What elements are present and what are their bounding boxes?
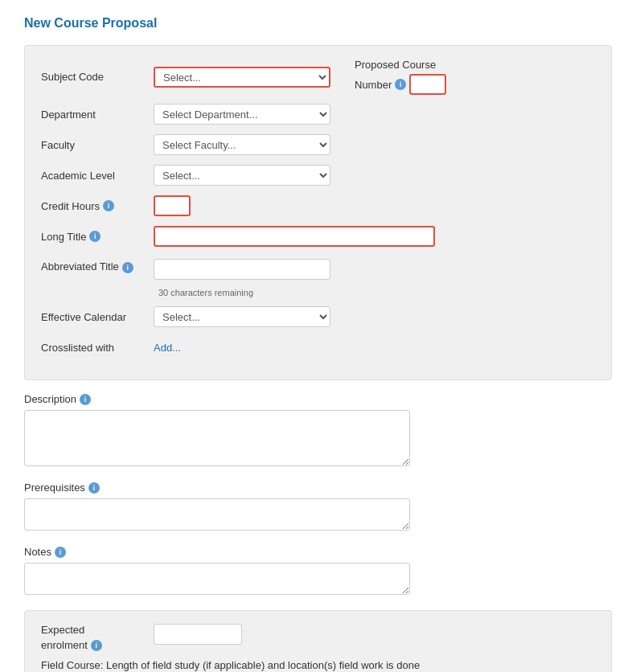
page-title: New Course Proposal	[24, 16, 612, 31]
expected-enrolment-row: Expected enrolment i	[41, 624, 595, 651]
abbreviated-title-info-icon[interactable]: i	[122, 262, 133, 273]
description-textarea[interactable]	[24, 410, 410, 466]
faculty-select[interactable]: Select Faculty...	[154, 134, 330, 155]
academic-level-select[interactable]: Select...	[154, 165, 330, 186]
credit-hours-info-icon[interactable]: i	[103, 200, 114, 211]
field-course-row: Field Course: Length of field study (if …	[41, 659, 595, 672]
department-select[interactable]: Select Department...	[154, 104, 330, 125]
department-row: Department Select Department...	[41, 103, 595, 125]
main-form-card: Subject Code Select... Proposed Course N…	[24, 45, 612, 380]
notes-textarea[interactable]	[24, 563, 410, 595]
abbreviated-title-label: Abbreviated Title i	[41, 259, 154, 273]
academic-level-row: Academic Level Select...	[41, 164, 595, 186]
notes-label: Notes i	[24, 546, 612, 558]
description-section: Description i	[24, 393, 612, 469]
academic-level-label: Academic Level	[41, 170, 154, 182]
credit-hours-row: Credit Hours i	[41, 195, 595, 217]
long-title-info-icon[interactable]: i	[89, 231, 101, 242]
credit-hours-label: Credit Hours i	[41, 200, 154, 212]
long-title-row: Long Title i	[41, 225, 595, 248]
effective-calendar-label: Effective Calendar	[41, 311, 154, 323]
prerequisites-info-icon[interactable]: i	[88, 482, 100, 494]
subject-code-select[interactable]: Select...	[154, 67, 330, 88]
field-course-label: Field Course: Length of field study (if …	[41, 659, 420, 671]
department-control: Select Department...	[154, 104, 595, 125]
crosslisted-control: Add...	[154, 342, 595, 354]
effective-calendar-select[interactable]: Select...	[154, 306, 330, 327]
effective-calendar-row: Effective Calendar Select...	[41, 305, 595, 328]
abbreviated-title-row: Abbreviated Title i 30 characters remain…	[41, 256, 595, 297]
expected-enrolment-input[interactable]	[154, 624, 242, 645]
crosslisted-add-link[interactable]: Add...	[154, 342, 181, 354]
faculty-control: Select Faculty...	[154, 134, 595, 155]
expected-enrolment-control	[154, 624, 595, 645]
abbreviated-title-control: 30 characters remaining	[154, 259, 595, 297]
enrolment-info-icon[interactable]: i	[91, 640, 102, 651]
abbreviated-title-input[interactable]	[154, 259, 330, 280]
long-title-control	[154, 226, 595, 247]
crosslisted-label: Crosslisted with	[41, 342, 154, 354]
proposed-course-label: Proposed Course	[355, 59, 446, 71]
proposed-number-info-icon[interactable]: i	[395, 79, 406, 90]
proposed-course-block: Proposed Course Number i	[355, 59, 446, 95]
description-label: Description i	[24, 393, 612, 405]
long-title-label: Long Title i	[41, 231, 154, 243]
subject-code-row: Subject Code Select... Proposed Course N…	[41, 59, 595, 95]
subject-code-control: Select... Proposed Course Number i	[154, 59, 595, 95]
faculty-label: Faculty	[41, 139, 154, 151]
crosslisted-row: Crosslisted with Add...	[41, 336, 595, 359]
expected-enrolment-label: Expected enrolment i	[41, 624, 154, 651]
notes-section: Notes i	[24, 546, 612, 597]
effective-calendar-control: Select...	[154, 306, 595, 327]
description-info-icon[interactable]: i	[80, 394, 91, 405]
faculty-row: Faculty Select Faculty...	[41, 133, 595, 156]
long-title-input[interactable]	[154, 226, 435, 247]
credit-hours-control	[154, 195, 595, 216]
prerequisites-textarea[interactable]	[24, 498, 410, 531]
academic-level-control: Select...	[154, 165, 595, 186]
prerequisites-label: Prerequisites i	[24, 481, 612, 494]
subject-code-label: Subject Code	[41, 71, 154, 83]
bottom-card: Expected enrolment i Field Course: Lengt…	[24, 610, 612, 672]
department-label: Department	[41, 109, 154, 121]
prerequisites-section: Prerequisites i	[24, 481, 612, 533]
chars-remaining: 30 characters remaining	[158, 288, 253, 297]
proposed-course-number-input[interactable]	[409, 74, 446, 95]
notes-info-icon[interactable]: i	[55, 547, 66, 558]
credit-hours-input[interactable]	[154, 195, 191, 216]
